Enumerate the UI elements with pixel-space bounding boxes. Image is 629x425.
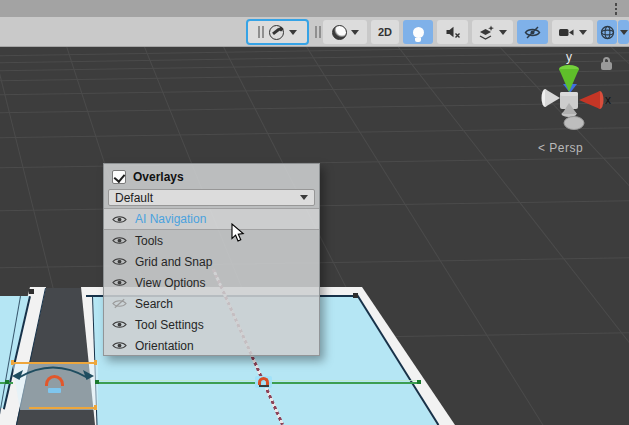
scene-view-toolbar: 2D [0,17,629,47]
overlays-menu: Overlays Default AI Navigation [103,163,320,356]
speaker-muted-icon [445,25,461,39]
axis-negx-icon[interactable] [545,89,560,107]
projection-label[interactable]: < Persp [538,141,583,155]
eye-icon[interactable] [112,319,127,330]
window-options-icon[interactable] [615,3,618,15]
navmesh-link-icon-base [48,388,61,393]
axis-x-label: x [605,93,611,107]
overlay-item-view-options[interactable]: View Options [104,272,319,293]
overlay-item-tool-settings[interactable]: Tool Settings [104,314,319,335]
audio-toggle-button[interactable] [437,20,468,44]
scene-lighting-button[interactable] [403,20,433,44]
camera-icon [558,26,575,39]
gizmos-dropdown-button[interactable] [618,20,629,44]
eye-icon[interactable] [112,277,127,288]
eye-icon[interactable] [112,235,127,246]
eye-slash-icon [524,26,541,39]
eye-icon[interactable] [112,340,127,351]
chevron-down-icon [499,30,507,35]
gizmo-cube-top [560,92,578,96]
lock-icon-body [601,62,612,70]
eye-icon[interactable] [112,298,127,309]
overlays-menu-title: Overlays [133,170,184,184]
overlay-item-label: Tools [135,234,163,248]
overlay-item-label: Tool Settings [135,318,204,332]
overlay-preset-dropdown[interactable]: Default [108,189,315,206]
hidden-objects-button[interactable] [517,20,548,44]
overlay-item-ai-navigation[interactable]: AI Navigation [104,208,319,230]
gizmos-button[interactable] [597,20,617,44]
orbit-globe-icon [600,25,615,40]
chevron-down-icon [579,30,587,35]
selection-tick [94,405,97,410]
overlay-item-label: Orientation [135,339,194,353]
navmesh-link-icon-shadow [259,385,269,387]
overlay-item-label: Grid and Snap [135,255,212,269]
axis-y-icon[interactable] [559,69,579,92]
vertex-handle[interactable] [353,293,358,298]
window-title-bar [0,0,629,17]
axis-x-icon[interactable] [579,91,600,109]
eye-icon[interactable] [112,256,127,267]
overlay-item-label: View Options [135,276,205,290]
chevron-down-icon [300,195,308,200]
vertex-handle[interactable] [29,289,34,294]
overlay-item-label: AI Navigation [135,212,206,226]
overlay-item-tools[interactable]: Tools [104,230,319,251]
overlays-menu-header: Overlays [104,164,319,189]
overlay-item-search[interactable]: Search [104,293,319,314]
navmesh-link-arc-icon [258,377,269,385]
2d-toggle-button[interactable]: 2D [371,20,399,44]
axis-ball-icon[interactable] [564,117,584,130]
effects-layers-icon [478,25,495,40]
2d-label: 2D [378,26,392,38]
overlay-items: AI Navigation Tools Grid and Sna [104,208,319,356]
drag-handle-icon[interactable] [315,26,321,38]
chevron-down-icon [351,30,359,35]
chevron-down-icon [289,30,297,35]
effects-button[interactable] [472,20,513,44]
mouse-cursor [231,223,245,243]
eye-icon[interactable] [112,214,127,225]
overlay-item-orientation[interactable]: Orientation [104,335,319,356]
axis-y-label: y [566,50,572,64]
selection-edge-orange [29,407,97,409]
overlays-checkbox[interactable] [112,170,126,184]
overlay-item-grid-and-snap[interactable]: Grid and Snap [104,251,319,272]
overlay-item-label: Search [135,297,173,311]
camera-settings-button[interactable] [552,20,593,44]
shaded-sphere-icon [332,25,347,40]
overlay-preset-value: Default [115,191,300,205]
link-endpoint[interactable] [417,380,421,384]
compass-pen-icon [269,25,284,40]
light-bulb-icon [413,27,424,38]
view-options-button[interactable] [246,19,309,45]
unity-scene-view: 2D [0,0,629,425]
draw-mode-button[interactable] [323,20,367,44]
chevron-down-icon [620,30,628,35]
drag-handle-icon[interactable] [258,26,264,38]
